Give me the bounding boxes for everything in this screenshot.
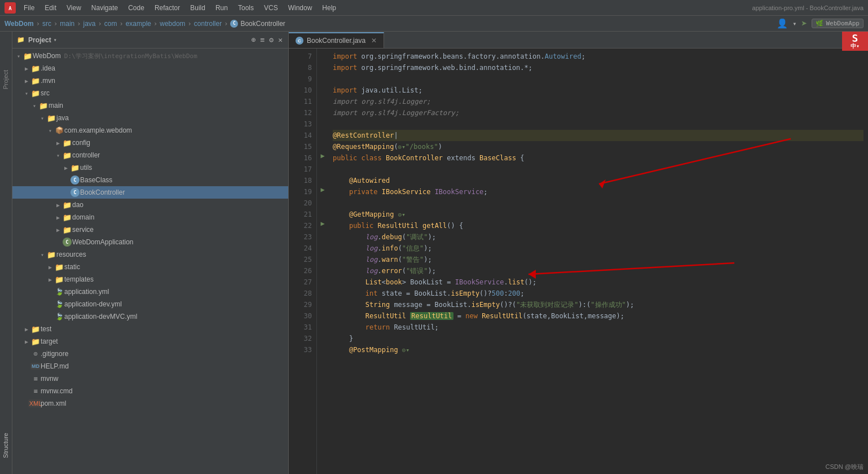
code-line-30: ResultUtil ResultUtil = new ResultUtil(s…	[333, 310, 863, 322]
tree-item-pomxml[interactable]: ▶ XML pom.xml	[12, 397, 288, 410]
menu-run[interactable]: Run	[211, 3, 232, 13]
ln-20: 20	[289, 198, 312, 209]
md-icon: MD	[30, 363, 41, 370]
tree-item-test[interactable]: ▶ 📁 test	[12, 323, 288, 335]
menu-vcs[interactable]: VCS	[259, 3, 283, 13]
tree-path-webdom: D:\学习案例\integrationMyBatis\WebDom	[64, 52, 197, 60]
tree-item-templates[interactable]: ▶ 📁 templates	[12, 273, 288, 286]
tree-item-service[interactable]: ▶ 📁 service	[12, 223, 288, 236]
tree-item-controller[interactable]: ▾ 📁 controller	[12, 149, 288, 161]
tree-item-resources[interactable]: ▾ 📁 resources	[12, 248, 288, 261]
tree-item-appdevyml[interactable]: ▶ 🍃 application-dev.yml	[12, 298, 288, 310]
folder-mvn-icon: 📁	[30, 77, 41, 85]
tree-item-config[interactable]: ▶ 📁 config	[12, 137, 288, 149]
side-tab-project[interactable]: Project	[0, 65, 12, 94]
tree-label-service: service	[72, 226, 94, 234]
menu-code[interactable]: Code	[124, 3, 149, 13]
menu-tools[interactable]: Tools	[233, 3, 258, 13]
tree-item-static[interactable]: ▶ 📁 static	[12, 261, 288, 273]
gutter-31	[317, 319, 328, 331]
tree-item-appyml[interactable]: ▶ 🍃 application.yml	[12, 286, 288, 298]
menu-file[interactable]: File	[19, 3, 39, 13]
tree-item-java[interactable]: ▾ 📁 java	[12, 112, 288, 124]
tree-arrow-mvn: ▶	[23, 78, 30, 84]
breadcrumb-webdom2[interactable]: webdom	[160, 20, 185, 28]
tree-label-dao: dao	[72, 201, 83, 209]
editor-tabs: C BookController.java ✕	[289, 32, 868, 49]
ln-9: 9	[289, 73, 312, 85]
ln-23: 23	[289, 231, 312, 243]
gutter-22-run[interactable]: ▶	[317, 218, 328, 229]
panel-scope-btn[interactable]: ⊕	[250, 36, 257, 44]
tree-item-utils[interactable]: ▶ 📁 utils	[12, 161, 288, 174]
folder-idea-icon: 📁	[30, 64, 41, 73]
menu-help[interactable]: Help	[318, 3, 341, 13]
gutter-10	[317, 82, 328, 94]
tree-label-webdomapp: WebDomApplication	[72, 238, 134, 246]
tree-arrow-idea: ▶	[23, 65, 30, 72]
panel-collapse-btn[interactable]: ≡	[259, 36, 266, 44]
ln-13: 13	[289, 118, 312, 130]
tree-label-appdevmvcyml: application-devMVC.yml	[64, 313, 137, 321]
menu-edit[interactable]: Edit	[40, 3, 61, 13]
tree-item-mvnw[interactable]: ▶ ≡ mvnw	[12, 372, 288, 385]
tree-item-appdevmvcyml[interactable]: ▶ 🍃 application-devMVC.yml	[12, 310, 288, 323]
menu-view[interactable]: View	[62, 3, 86, 13]
tree-item-mvn[interactable]: ▶ 📁 .mvn	[12, 74, 288, 87]
tab-close-icon[interactable]: ✕	[371, 37, 377, 45]
code-line-22: public ResultUtil getAll() {	[333, 220, 863, 231]
gutter-19-run[interactable]: ▶	[317, 184, 328, 195]
breadcrumb-example[interactable]: example	[126, 20, 151, 28]
code-editor[interactable]: import org.springframework.beans.factory…	[328, 49, 868, 474]
badge-label: WebDomApp	[826, 20, 860, 27]
tree-label-pomxml: pom.xml	[41, 400, 66, 407]
folder-templates-icon: 📁	[54, 275, 64, 284]
tree-item-bookcontroller[interactable]: ▶ C BookController	[12, 186, 288, 199]
panel-settings-btn[interactable]: ⚙	[268, 36, 275, 44]
webdomapp-badge[interactable]: 🌿 WebDomApp	[812, 19, 863, 28]
breadcrumb-src[interactable]: src	[42, 20, 51, 28]
tree-item-dao[interactable]: ▶ 📁 dao	[12, 199, 288, 211]
tree-item-mvnwcmd[interactable]: ▶ ≡ mvnw.cmd	[12, 385, 288, 397]
editor-tab-bookcontroller[interactable]: C BookController.java ✕	[289, 32, 384, 48]
tree-container[interactable]: ▾ 📁 WebDom D:\学习案例\integrationMyBatis\We…	[12, 49, 288, 474]
side-tab-structure[interactable]: Structure	[0, 428, 12, 463]
tree-item-main[interactable]: ▾ 📁 main	[12, 99, 288, 112]
tree-arrow: ▾	[15, 53, 23, 59]
tree-item-baseclass[interactable]: ▶ C BaseClass	[12, 174, 288, 186]
tree-item-domain[interactable]: ▶ 📁 domain	[12, 211, 288, 223]
gutter-16-run[interactable]: ▶	[317, 150, 328, 161]
breadcrumb-com[interactable]: com	[104, 20, 117, 28]
menu-build[interactable]: Build	[186, 3, 210, 13]
editor-content[interactable]: 7 8 9 10 11 12 13 14 15 16 17 18 19 20 2…	[289, 49, 868, 474]
tree-item-gitignore[interactable]: ▶ ⊙ .gitignore	[12, 348, 288, 360]
breadcrumb-webdom[interactable]: WebDom	[5, 20, 34, 28]
breadcrumb-controller[interactable]: controller	[194, 20, 222, 28]
ln-17: 17	[289, 164, 312, 175]
gutter-15	[317, 139, 328, 150]
breadcrumb-main[interactable]: main	[60, 20, 74, 28]
breadcrumb-java[interactable]: java	[83, 20, 96, 28]
user-icon[interactable]: 👤	[777, 18, 788, 29]
breadcrumb-bookcontroller[interactable]: C BookController	[230, 20, 285, 28]
tree-item-package[interactable]: ▾ 📦 com.example.webdom	[12, 124, 288, 137]
folder-service-icon: 📁	[62, 226, 72, 234]
menu-window[interactable]: Window	[284, 3, 317, 13]
ln-12: 12	[289, 107, 312, 118]
code-line-25: log.warn("警告");	[333, 254, 863, 265]
tree-item-idea[interactable]: ▶ 📁 .idea	[12, 62, 288, 74]
dropdown-icon: ▾	[792, 20, 796, 28]
tree-item-src[interactable]: ▾ 📁 src	[12, 87, 288, 99]
panel-close-btn[interactable]: ✕	[277, 36, 284, 44]
tree-item-webdomapp[interactable]: ▶ C WebDomApplication	[12, 236, 288, 248]
folder-static-icon: 📁	[54, 263, 64, 271]
tree-arrow-package: ▾	[46, 128, 54, 134]
code-line-17	[333, 164, 863, 175]
menu-refactor[interactable]: Refactor	[150, 3, 184, 13]
menu-navigate[interactable]: Navigate	[87, 3, 122, 13]
tree-item-target[interactable]: ▶ 📁 target	[12, 335, 288, 348]
tree-item-helpmd[interactable]: ▶ MD HELP.md	[12, 360, 288, 372]
panel-dropdown-icon[interactable]: ▾	[54, 37, 57, 43]
green-arrow-icon[interactable]: ➤	[801, 17, 808, 29]
tree-item-webdom[interactable]: ▾ 📁 WebDom D:\学习案例\integrationMyBatis\We…	[12, 50, 288, 62]
